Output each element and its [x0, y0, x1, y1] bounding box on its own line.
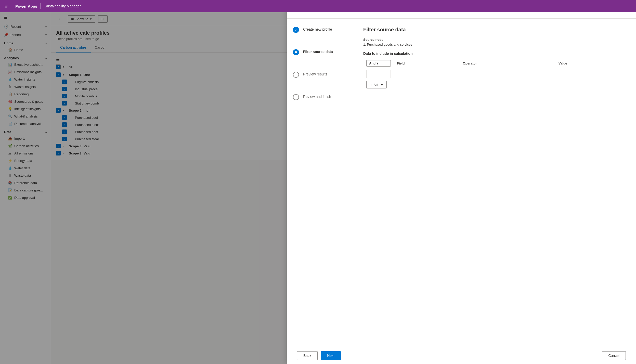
filter-and-cell: [366, 70, 391, 78]
step-check-icon: ✓: [295, 28, 297, 32]
cancel-button[interactable]: Cancel: [602, 351, 626, 360]
data-include-label: Data to include in calculation: [363, 51, 626, 56]
wizard-steps: ✓ Create new profile Filter source d: [287, 19, 353, 347]
step-2: Filter source data: [293, 49, 347, 72]
filter-section-title: Filter source data: [363, 27, 626, 33]
footer-left-buttons: Back Next: [297, 351, 341, 360]
topbar: ⊞ Power Apps Sustainability Manager: [0, 0, 636, 12]
step-3-circle: [293, 72, 299, 78]
chevron-down-icon: ▾: [377, 61, 378, 65]
step-1: ✓ Create new profile: [293, 27, 347, 49]
chevron-down-icon: ▾: [381, 83, 383, 87]
col-and: And ▾: [363, 59, 394, 68]
step-4-indicator: [293, 94, 299, 100]
step-2-circle: [293, 49, 299, 55]
and-dropdown[interactable]: And ▾: [366, 60, 391, 67]
step-3: Preview results: [293, 72, 347, 94]
step-3-line: [296, 79, 296, 86]
plus-icon: +: [370, 83, 372, 87]
step-active-dot: [295, 51, 297, 53]
step-1-circle: ✓: [293, 27, 299, 33]
app-name: Power Apps: [12, 4, 40, 8]
step-1-indicator: ✓: [293, 27, 299, 41]
step-1-line: [296, 34, 296, 41]
step-1-content: Create new profile: [303, 27, 332, 31]
col-value: Value: [555, 59, 626, 68]
step-3-indicator: [293, 72, 299, 86]
step-2-indicator: [293, 49, 299, 63]
source-node-value: 1. Purchased goods and services: [363, 43, 626, 46]
back-button[interactable]: Back: [297, 351, 318, 360]
waffle-icon: ⊞: [5, 4, 8, 8]
step-4-circle: [293, 94, 299, 100]
app-title: Sustainability Manager: [41, 4, 85, 8]
modal-body: ✓ Create new profile Filter source d: [287, 19, 636, 347]
source-node-label: Source node: [363, 38, 626, 42]
modal-footer: Back Next Cancel: [287, 347, 636, 364]
filter-table: And ▾ Field Operator Value: [363, 59, 626, 90]
col-operator: Operator: [460, 59, 556, 68]
step-2-line: [296, 56, 296, 63]
modal: New calculation profile ✕ ✓ Create new p…: [287, 0, 636, 364]
step-3-content: Preview results: [303, 72, 327, 76]
step-4: Review and finish: [293, 94, 347, 100]
add-filter-button[interactable]: + Add ▾: [366, 81, 387, 88]
step-4-content: Review and finish: [303, 94, 331, 99]
waffle-button[interactable]: ⊞: [0, 0, 12, 12]
next-button[interactable]: Next: [321, 351, 341, 360]
filter-add-row: + Add ▾: [363, 80, 626, 90]
col-field: Field: [394, 59, 460, 68]
modal-main-panel: Filter source data Source node 1. Purcha…: [353, 19, 636, 347]
step-2-content: Filter source data: [303, 49, 333, 54]
filter-table-header: And ▾ Field Operator Value: [363, 59, 626, 68]
filter-empty-row: [363, 68, 626, 80]
